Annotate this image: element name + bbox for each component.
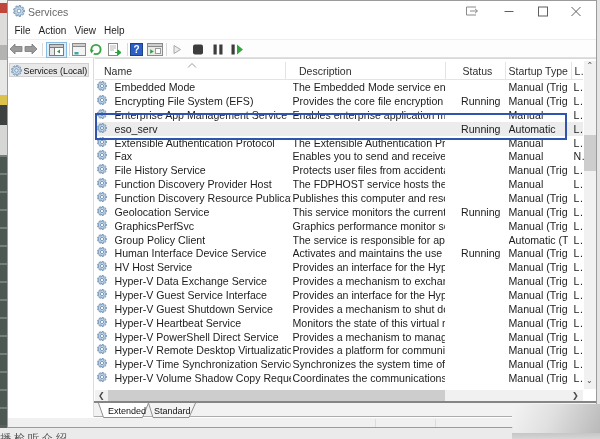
svg-text:Standard: Standard (154, 406, 191, 416)
svg-text:Extended: Extended (108, 406, 146, 416)
